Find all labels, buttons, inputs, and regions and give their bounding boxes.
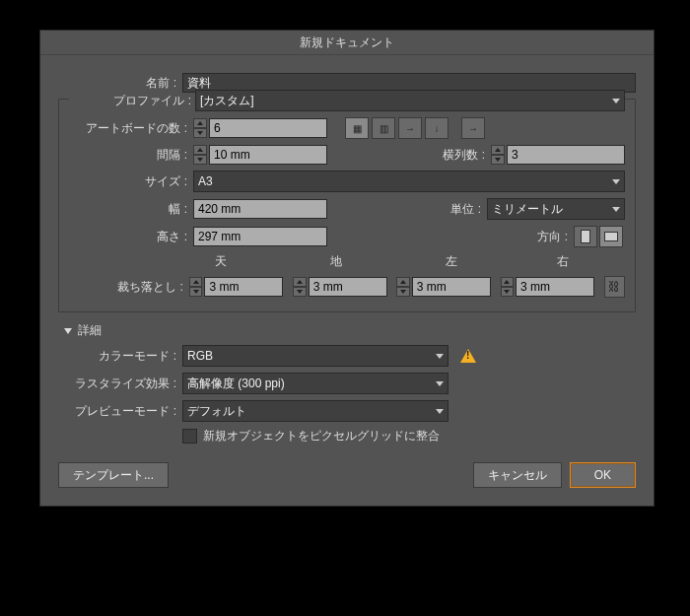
bleed-link-icon[interactable]: ⛓ [604,276,625,298]
bleed-top-stepper[interactable] [189,277,203,297]
size-select[interactable]: A3 [193,171,625,192]
new-document-dialog: 新規ドキュメント 名前 : プロファイル : [カスタム] アートボードの数 :… [39,30,655,507]
artboards-input[interactable] [209,118,327,138]
color-mode-label: カラーモード : [58,348,182,365]
bleed-top-input[interactable] [204,277,283,297]
dialog-title: 新規ドキュメント [40,31,654,55]
height-input[interactable] [193,227,327,246]
bleed-bottom-input[interactable] [309,277,387,297]
width-label: 幅 : [69,201,193,218]
raster-label: ラスタライズ効果 : [58,376,182,392]
columns-label: 横列数 : [426,147,491,164]
bleed-bottom-label: 地 [316,253,398,270]
bleed-headers: 天 地 左 右 [69,253,625,270]
name-label: 名前 : [58,75,182,92]
bleed-label: 裁ち落とし : [69,279,189,296]
columns-input[interactable] [507,145,625,165]
ok-button[interactable]: OK [570,462,636,488]
profile-label: プロファイル : [69,93,195,109]
bleed-top-label: 天 [201,253,283,270]
spacing-stepper[interactable] [193,145,207,165]
arrange-grid-row-icon[interactable]: ▦ [345,117,369,139]
arrange-row-ltr-icon[interactable]: → [398,117,422,139]
cancel-button[interactable]: キャンセル [473,462,562,488]
bleed-right-stepper[interactable] [501,277,515,297]
bleed-right-input[interactable] [516,277,594,297]
columns-stepper[interactable] [491,145,505,165]
arrange-col-icon[interactable]: ↓ [425,117,448,139]
preview-mode-label: プレビューモード : [58,403,182,420]
arrange-grid-col-icon[interactable]: ▥ [372,117,395,139]
profile-select[interactable]: [カスタム] [195,90,625,111]
units-select[interactable]: ミリメートル [487,198,625,220]
height-label: 高さ : [69,229,193,245]
color-mode-warning-icon [460,349,476,363]
bleed-left-input[interactable] [412,277,491,297]
template-button[interactable]: テンプレート... [58,462,169,488]
spacing-input[interactable] [209,145,327,165]
bleed-left-stepper[interactable] [396,277,410,297]
artboards-stepper[interactable] [193,118,207,138]
spacing-label: 間隔 : [69,147,193,164]
bleed-right-label: 右 [543,253,625,270]
color-mode-select[interactable]: RGB [182,345,448,367]
artboards-label: アートボードの数 : [69,120,193,137]
bleed-bottom-stepper[interactable] [293,277,307,297]
pixel-grid-checkbox[interactable] [182,429,197,444]
width-input[interactable] [193,199,327,219]
size-label: サイズ : [69,173,193,190]
orientation-label: 方向 : [518,229,574,245]
raster-select[interactable]: 高解像度 (300 ppi) [182,373,448,394]
preview-mode-select[interactable]: デフォルト [182,400,448,422]
advanced-disclosure[interactable]: 詳細 [64,322,636,339]
bleed-left-label: 左 [432,253,514,270]
units-label: 単位 : [432,201,487,218]
orientation-portrait-button[interactable] [574,226,597,247]
orientation-landscape-button[interactable] [599,226,623,247]
pixel-grid-label: 新規オブジェクトをピクセルグリッドに整合 [203,428,440,445]
arrange-rtl-icon[interactable]: → [461,117,485,139]
